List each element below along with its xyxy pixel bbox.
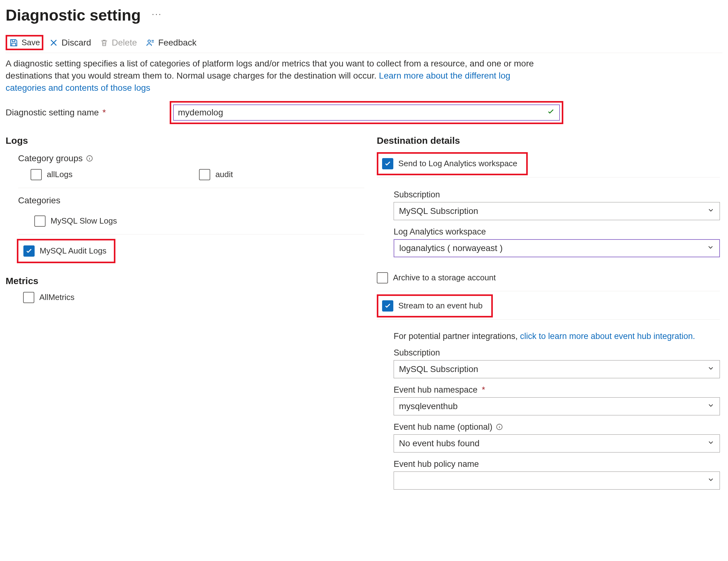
page-title: Diagnostic setting <box>6 6 141 24</box>
setting-name-input[interactable]: mydemolog <box>173 104 560 121</box>
trash-icon <box>100 38 109 47</box>
save-label: Save <box>22 38 40 47</box>
la-workspace-dropdown[interactable]: loganalytics ( norwayeast ) <box>394 239 720 257</box>
destination-title: Destination details <box>377 135 720 146</box>
chevron-down-icon <box>707 476 715 486</box>
destination-column: Destination details Send to Log Analytic… <box>377 135 720 493</box>
svg-point-0 <box>148 40 150 42</box>
setting-name-value: mydemolog <box>178 108 223 118</box>
discard-button[interactable]: Discard <box>46 36 94 50</box>
send-log-analytics-label: Send to Log Analytics workspace <box>398 159 517 168</box>
eh-namespace-value: mysqleventhub <box>399 401 458 411</box>
chevron-down-icon <box>707 206 715 216</box>
save-button[interactable]: Save <box>6 35 43 50</box>
eh-policy-dropdown[interactable] <box>394 472 720 490</box>
eh-hubname-value: No event hubs found <box>399 438 479 448</box>
feedback-label: Feedback <box>158 38 197 48</box>
la-subscription-label: Subscription <box>394 190 720 200</box>
mysql-audit-logs-checkbox[interactable] <box>23 245 35 257</box>
archive-storage-label: Archive to a storage account <box>393 273 496 283</box>
metrics-title: Metrics <box>6 276 364 286</box>
delete-button: Delete <box>97 36 140 50</box>
intro-text: A diagnostic setting specifies a list of… <box>6 57 542 94</box>
stream-eventhub-label: Stream to an event hub <box>398 301 483 311</box>
category-groups-label: Category groups <box>18 153 83 163</box>
feedback-icon <box>146 38 155 47</box>
la-subscription-value: MySQL Subscription <box>399 206 478 216</box>
discard-label: Discard <box>61 38 91 48</box>
setting-name-label: Diagnostic setting name * <box>6 108 106 118</box>
stream-eventhub-checkbox[interactable] <box>382 300 393 312</box>
eventhub-note-link[interactable]: click to learn more about event hub inte… <box>520 331 695 341</box>
audit-group-label: audit <box>215 170 233 179</box>
chevron-down-icon <box>707 401 715 411</box>
eh-namespace-label: Event hub namespace <box>394 385 478 395</box>
chevron-down-icon <box>707 438 715 448</box>
eh-namespace-dropdown[interactable]: mysqleventhub <box>394 397 720 415</box>
mysql-audit-logs-label: MySQL Audit Logs <box>40 246 106 256</box>
eh-subscription-value: MySQL Subscription <box>399 364 478 374</box>
mysql-slow-logs-checkbox[interactable] <box>34 215 46 227</box>
categories-label: Categories <box>18 196 60 206</box>
check-icon <box>547 107 555 118</box>
audit-group-checkbox[interactable] <box>199 169 210 180</box>
logs-title: Logs <box>6 135 364 146</box>
eh-hubname-dropdown[interactable]: No event hubs found <box>394 434 720 452</box>
logs-column: Logs Category groups allLogs audit Categ… <box>6 135 364 309</box>
info-icon[interactable] <box>496 423 503 431</box>
mysql-slow-logs-label: MySQL Slow Logs <box>51 216 117 226</box>
allmetrics-label: AllMetrics <box>39 293 75 302</box>
la-workspace-label: Log Analytics workspace <box>394 227 720 237</box>
more-menu-button[interactable]: ··· <box>152 9 162 19</box>
chevron-down-icon <box>707 364 715 374</box>
eh-subscription-label: Subscription <box>394 348 720 358</box>
save-icon <box>9 38 18 47</box>
alllogs-label: allLogs <box>47 170 72 179</box>
toolbar: Save Discard Delete Feedback <box>6 35 722 53</box>
eh-policy-label: Event hub policy name <box>394 459 720 469</box>
chevron-down-icon <box>707 243 714 253</box>
eh-subscription-dropdown[interactable]: MySQL Subscription <box>394 360 720 378</box>
delete-label: Delete <box>112 38 137 48</box>
send-log-analytics-checkbox[interactable] <box>382 158 393 169</box>
archive-storage-checkbox[interactable] <box>377 272 388 283</box>
alllogs-checkbox[interactable] <box>31 169 42 180</box>
info-icon[interactable] <box>86 155 93 162</box>
feedback-button[interactable]: Feedback <box>143 36 200 50</box>
la-workspace-value: loganalytics ( norwayeast ) <box>399 243 502 253</box>
eventhub-note-prefix: For potential partner integrations, <box>394 331 520 341</box>
eh-hubname-label: Event hub name (optional) <box>394 422 493 432</box>
close-icon <box>49 38 58 47</box>
la-subscription-dropdown[interactable]: MySQL Subscription <box>394 202 720 220</box>
allmetrics-checkbox[interactable] <box>23 292 34 303</box>
